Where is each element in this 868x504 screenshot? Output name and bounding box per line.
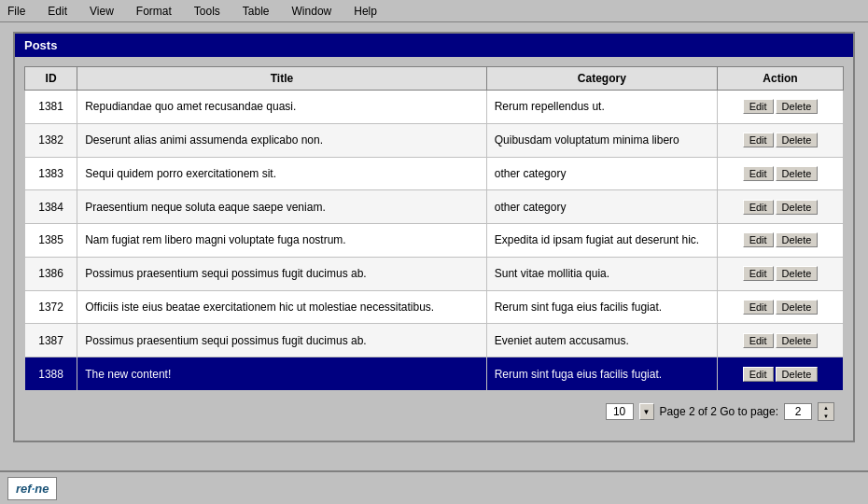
cell-action: EditDelete — [718, 290, 844, 324]
edit-button[interactable]: Edit — [743, 333, 774, 348]
cell-title: Deserunt alias animi assumenda explicabo… — [77, 123, 487, 157]
edit-button[interactable]: Edit — [743, 166, 774, 181]
menu-view[interactable]: View — [86, 3, 118, 20]
table-row[interactable]: 1385Nam fugiat rem libero magni voluptat… — [25, 224, 844, 258]
posts-panel: Posts ID Title Category Action 1381Repud… — [13, 32, 855, 442]
menu-format[interactable]: Format — [133, 3, 175, 20]
table-row[interactable]: 1381Repudiandae quo amet recusandae quas… — [25, 91, 844, 124]
cell-action: EditDelete — [718, 357, 844, 391]
menu-table[interactable]: Table — [239, 3, 273, 20]
col-header-category: Category — [486, 67, 717, 91]
delete-button[interactable]: Delete — [776, 266, 819, 281]
cell-category: Expedita id ipsam fugiat aut deserunt hi… — [486, 224, 717, 258]
cell-id: 1372 — [25, 290, 77, 324]
cell-category: Eveniet autem accusamus. — [486, 324, 717, 357]
refine-logo: ref·ne — [7, 477, 57, 500]
pagination-bar: ▼ Page 2 of 2 Go to page: ▲ ▼ — [24, 397, 844, 427]
menubar: File Edit View Format Tools Table Window… — [0, 0, 868, 22]
cell-action: EditDelete — [718, 157, 844, 190]
delete-button[interactable]: Delete — [776, 367, 819, 382]
table-row[interactable]: 1382Deserunt alias animi assumenda expli… — [25, 123, 844, 157]
panel-title: Posts — [15, 34, 853, 57]
cell-title: Sequi quidem porro exercitationem sit. — [77, 157, 487, 190]
menu-file[interactable]: File — [4, 3, 29, 20]
nav-up-button[interactable]: ▲ — [819, 403, 833, 412]
delete-button[interactable]: Delete — [776, 200, 819, 215]
menu-edit[interactable]: Edit — [44, 3, 71, 20]
edit-button[interactable]: Edit — [743, 200, 774, 215]
cell-title: Nam fugiat rem libero magni voluptate fu… — [77, 224, 487, 258]
cell-action: EditDelete — [718, 190, 844, 224]
delete-button[interactable]: Delete — [776, 300, 819, 315]
table-row[interactable]: 1388The new content!Rerum sint fuga eius… — [25, 357, 844, 391]
cell-title: Repudiandae quo amet recusandae quasi. — [77, 91, 487, 124]
cell-id: 1381 — [25, 91, 77, 124]
cell-category: Quibusdam voluptatum minima libero — [486, 123, 717, 157]
cell-action: EditDelete — [718, 91, 844, 124]
cell-title: Possimus praesentium sequi possimus fugi… — [77, 257, 487, 290]
menu-help[interactable]: Help — [350, 3, 381, 20]
delete-button[interactable]: Delete — [776, 99, 819, 114]
cell-action: EditDelete — [718, 123, 844, 157]
cell-category: other category — [486, 190, 717, 224]
col-header-id: ID — [25, 67, 77, 91]
edit-button[interactable]: Edit — [743, 133, 774, 147]
cell-id: 1382 — [25, 123, 77, 157]
main-area: Posts ID Title Category Action 1381Repud… — [0, 22, 868, 480]
table-row[interactable]: 1383Sequi quidem porro exercitationem si… — [25, 157, 844, 190]
cell-action: EditDelete — [718, 324, 844, 357]
page-size-dropdown[interactable]: ▼ — [639, 403, 654, 420]
cell-id: 1385 — [25, 224, 77, 258]
cell-category: Rerum sint fuga eius facilis fugiat. — [486, 290, 717, 324]
edit-button[interactable]: Edit — [743, 232, 774, 247]
delete-button[interactable]: Delete — [776, 333, 819, 348]
delete-button[interactable]: Delete — [776, 166, 819, 181]
table-row[interactable]: 1386Possimus praesentium sequi possimus … — [25, 257, 844, 290]
cell-action: EditDelete — [718, 257, 844, 290]
data-table: ID Title Category Action 1381Repudiandae… — [24, 66, 844, 391]
cell-id: 1384 — [25, 190, 77, 224]
cell-id: 1388 — [25, 357, 77, 391]
cell-id: 1386 — [25, 257, 77, 290]
page-info: Page 2 of 2 Go to page: — [660, 405, 778, 418]
edit-button[interactable]: Edit — [743, 300, 774, 315]
edit-button[interactable]: Edit — [743, 266, 774, 281]
menu-window[interactable]: Window — [288, 3, 336, 20]
delete-button[interactable]: Delete — [776, 133, 819, 147]
cell-id: 1383 — [25, 157, 77, 190]
cell-category: Rerum repellendus ut. — [486, 91, 717, 124]
col-header-title: Title — [77, 67, 487, 91]
table-row[interactable]: 1372Officiis iste eius beatae exercitati… — [25, 290, 844, 324]
nav-arrows: ▲ ▼ — [818, 402, 834, 421]
col-header-action: Action — [718, 67, 844, 91]
cell-title: Officiis iste eius beatae exercitationem… — [77, 290, 487, 324]
table-row[interactable]: 1384Praesentium neque soluta eaque saepe… — [25, 190, 844, 224]
table-row[interactable]: 1387Possimus praesentium sequi possimus … — [25, 324, 844, 357]
bottom-bar: ref·ne — [0, 470, 868, 504]
cell-category: Rerum sint fuga eius facilis fugiat. — [486, 357, 717, 391]
edit-button[interactable]: Edit — [743, 99, 774, 114]
menu-tools[interactable]: Tools — [190, 3, 224, 20]
cell-category: Sunt vitae mollitia quia. — [486, 257, 717, 290]
cell-title: Possimus praesentium sequi possimus fugi… — [77, 324, 487, 357]
cell-category: other category — [486, 157, 717, 190]
goto-page-input[interactable] — [784, 403, 812, 420]
posts-content: ID Title Category Action 1381Repudiandae… — [15, 57, 853, 436]
cell-action: EditDelete — [718, 224, 844, 258]
page-size-input[interactable] — [606, 403, 634, 420]
cell-id: 1387 — [25, 324, 77, 357]
cell-title: The new content! — [77, 357, 487, 391]
nav-down-button[interactable]: ▼ — [819, 412, 833, 420]
delete-button[interactable]: Delete — [776, 232, 819, 247]
cell-title: Praesentium neque soluta eaque saepe ven… — [77, 190, 487, 224]
edit-button[interactable]: Edit — [743, 367, 774, 382]
